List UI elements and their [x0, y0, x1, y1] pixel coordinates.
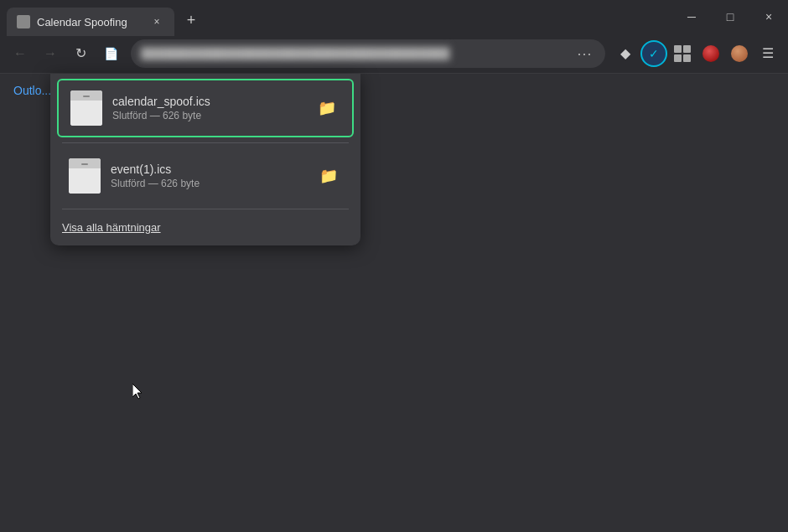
- avatar-red-button[interactable]: [697, 40, 724, 67]
- download-item-2[interactable]: event(1).ics Slutförd — 626 byte 📁: [57, 148, 354, 204]
- open-folder-button-1[interactable]: 📁: [314, 95, 340, 121]
- divider-1: [62, 142, 349, 143]
- toolbar: ← → ↻ 📄 ████████████████████████████████…: [0, 34, 788, 74]
- forward-button[interactable]: →: [37, 40, 64, 67]
- content-area: Outlo... calendar_spoof.ics Slutförd — 6…: [0, 74, 788, 532]
- title-bar: Calendar Spoofing × + ─ □ ×: [0, 0, 788, 34]
- tab-area: Calendar Spoofing × +: [0, 0, 672, 34]
- page-view-button[interactable]: 📄: [97, 40, 124, 67]
- toolbar-icons: ◆ ✓ ☰: [612, 40, 781, 67]
- file-name-2: event(1).ics: [111, 163, 305, 176]
- avatar-peach-icon: [731, 45, 748, 62]
- back-icon: ←: [13, 46, 27, 61]
- view-all-label: Visa alla hämtningar: [62, 221, 161, 234]
- new-tab-button[interactable]: +: [178, 7, 205, 34]
- active-tab[interactable]: Calendar Spoofing ×: [7, 8, 174, 36]
- tab-favicon: [17, 15, 30, 28]
- more-options-icon[interactable]: ⋯: [573, 44, 595, 63]
- close-button[interactable]: ×: [749, 0, 788, 34]
- file-status-2: Slutförd — 626 byte: [111, 178, 305, 189]
- check-icon: ✓: [649, 47, 659, 60]
- open-folder-button-2[interactable]: 📁: [315, 163, 342, 189]
- window-controls: ─ □ ×: [672, 0, 788, 34]
- reload-button[interactable]: ↻: [67, 40, 94, 67]
- file-icon-1: [70, 90, 102, 126]
- minimize-button[interactable]: ─: [672, 0, 711, 34]
- tab-title: Calendar Spoofing: [37, 16, 143, 28]
- downloads-button[interactable]: ✓: [640, 40, 667, 67]
- file-status-1: Slutförd — 626 byte: [112, 110, 303, 121]
- extensions-button[interactable]: [669, 40, 696, 67]
- forward-icon: →: [44, 46, 57, 61]
- page-view-icon: 📄: [104, 47, 118, 60]
- address-bar[interactable]: ████████████████████████████████████████…: [131, 39, 605, 68]
- pocket-button[interactable]: ◆: [612, 40, 639, 67]
- file-icon-body-2: [69, 168, 101, 194]
- divider-2: [62, 209, 349, 209]
- file-icon-2: [69, 158, 101, 194]
- download-item-1[interactable]: calendar_spoof.ics Slutförd — 626 byte 📁: [57, 79, 354, 137]
- folder-icon-2: 📁: [319, 167, 338, 185]
- file-name-1: calendar_spoof.ics: [112, 95, 303, 108]
- maximize-button[interactable]: □: [711, 0, 749, 34]
- reload-icon: ↻: [75, 45, 86, 61]
- view-all-downloads-button[interactable]: Visa alla hämtningar: [50, 213, 360, 242]
- hamburger-icon: ☰: [762, 45, 774, 61]
- cursor: [132, 384, 144, 404]
- file-icon-body-1: [70, 101, 102, 126]
- file-info-2: event(1).ics Slutförd — 626 byte: [111, 163, 305, 189]
- svg-marker-0: [132, 384, 142, 399]
- url-text: ████████████████████████████████████████: [141, 47, 567, 59]
- avatar-peach-button[interactable]: [726, 40, 753, 67]
- avatar-red-icon: [702, 45, 719, 62]
- tab-close-button[interactable]: ×: [149, 14, 164, 29]
- folder-icon-1: 📁: [318, 99, 336, 117]
- file-icon-top-1: [70, 90, 102, 101]
- back-button[interactable]: ←: [7, 40, 34, 67]
- file-icon-top-2: [69, 158, 101, 168]
- extensions-icon: [674, 45, 691, 62]
- menu-button[interactable]: ☰: [754, 40, 781, 67]
- downloads-panel: calendar_spoof.ics Slutförd — 626 byte 📁…: [50, 74, 360, 245]
- pocket-icon: ◆: [620, 45, 630, 61]
- file-info-1: calendar_spoof.ics Slutförd — 626 byte: [112, 95, 303, 121]
